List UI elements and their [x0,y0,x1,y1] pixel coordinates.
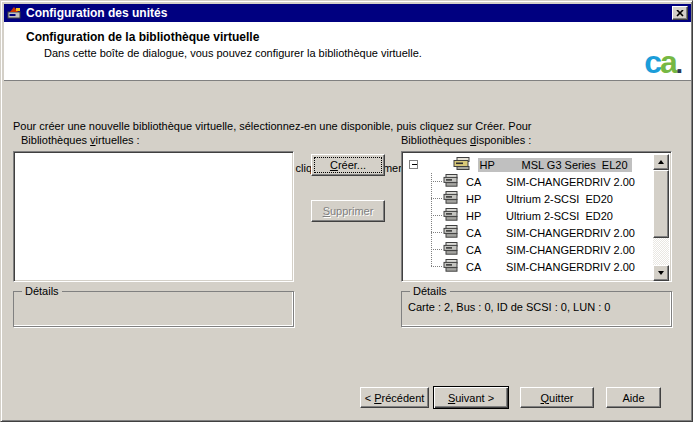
page-title: Configuration de la bibliothèque virtuel… [26,30,259,44]
device-vendor: HP [466,210,506,222]
tree-device-row[interactable]: HP Ultrium 2-SCSI ED20 [404,190,653,207]
collapse-icon[interactable] [409,160,418,169]
device-model: SIM-CHANGERDRIV 2.00 [506,261,635,273]
quit-button[interactable]: Quitter [520,387,594,408]
device-model: Ultrium 2-SCSI ED20 [506,210,613,222]
page-subtitle: Dans cette boîte de dialogue, vous pouve… [44,47,422,59]
device-configuration-dialog: Configuration des unités Configuration d… [0,0,693,422]
details-group-label: Détails [22,285,62,297]
create-button[interactable]: Créer... [311,154,385,176]
drive-icon [443,259,460,274]
available-libraries-label: Bibliothèques disponibles : [401,134,531,146]
instructions-line: Pour créer une nouvelle bibliothèque vir… [13,119,554,133]
device-vendor: CA [466,244,506,256]
tree-device-row[interactable]: HP Ultrium 2-SCSI ED20 [404,207,653,224]
drive-icon [443,225,460,240]
close-button[interactable] [672,6,688,20]
tree-root-label: HPMSL G3 Series EL20 [478,158,632,172]
scroll-down-button[interactable] [653,265,669,281]
title-bar: Configuration des unités [4,4,691,22]
arrow-down-icon [658,271,664,275]
wizard-header: Configuration de la bibliothèque virtuel… [4,22,691,81]
device-model: SIM-CHANGERDRIV 2.00 [506,244,635,256]
arrow-up-icon [658,160,664,164]
device-vendor: CA [466,176,506,188]
tree-root-library[interactable]: HPMSL G3 Series EL20 [404,156,653,173]
device-vendor: CA [466,227,506,239]
tree-connector-line [431,173,432,267]
virtual-details-group: Détails [13,291,294,327]
available-details-group: Détails Carte : 2, Bus : 0, ID de SCSI :… [401,291,672,327]
tree-branch [431,181,443,182]
scrollbar-thumb[interactable] [653,170,669,238]
device-vendor: CA [466,261,506,273]
drive-icon [443,242,460,257]
device-model: SIM-CHANGERDRIV 2.00 [506,227,635,239]
available-libraries-tree[interactable]: HPMSL G3 Series EL20 CA SIM-CHANGERDRIV … [401,151,672,282]
tree-device-row[interactable]: CA SIM-CHANGERDRIV 2.00 [404,241,653,258]
tree-branch [431,232,443,233]
scroll-up-button[interactable] [653,154,669,170]
tree-branch [431,215,443,216]
virtual-libraries-listbox[interactable] [13,151,294,282]
drive-icon [443,191,460,206]
help-button[interactable]: Aide [606,387,661,408]
ca-logo: ca. [644,44,681,82]
tree-branch [431,266,443,267]
tree-device-row[interactable]: CA SIM-CHANGERDRIV 2.00 [404,258,653,275]
details-group-label: Détails [410,285,450,297]
virtual-libraries-label: Bibliothèques virtuelles : [21,134,140,146]
device-model: SIM-CHANGERDRIV 2.00 [506,176,635,188]
tree-content: HPMSL G3 Series EL20 CA SIM-CHANGERDRIV … [404,154,653,279]
close-icon [676,10,684,17]
tree-device-row[interactable]: CA SIM-CHANGERDRIV 2.00 [404,224,653,241]
drive-icon [443,174,460,189]
device-model: Ultrium 2-SCSI ED20 [506,193,613,205]
app-icon [7,5,22,22]
tree-scrollbar[interactable] [653,154,669,281]
drive-icon [443,208,460,223]
previous-button[interactable]: < Précédent [360,387,429,408]
delete-button[interactable]: Supprimer [311,200,385,222]
scsi-details-text: Carte : 2, Bus : 0, ID de SCSI : 0, LUN … [408,301,610,313]
next-button[interactable]: Suivant > [433,386,509,409]
device-vendor: HP [466,193,506,205]
tree-branch [431,198,443,199]
tree-branch [431,249,443,250]
window-title: Configuration des unités [26,6,167,20]
